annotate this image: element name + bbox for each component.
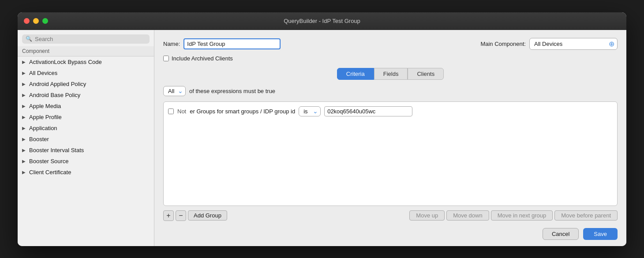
titlebar: QueryBuilder - IdP Test Group	[18, 12, 626, 30]
include-archived-checkbox[interactable]	[163, 56, 169, 61]
bottom-toolbar: + − Add Group Move up Move down Move in …	[163, 210, 618, 221]
include-archived-row: Include Archived Clients	[163, 55, 618, 62]
save-button[interactable]: Save	[583, 228, 618, 240]
sidebar-item-android-base-policy[interactable]: ▶ Android Base Policy	[18, 90, 154, 101]
window-title: QueryBuilder - IdP Test Group	[284, 18, 360, 24]
sidebar-item-booster[interactable]: ▶ Booster	[18, 134, 154, 145]
close-button[interactable]	[24, 18, 30, 24]
sidebar-item-booster-interval-stats[interactable]: ▶ Booster Interval Stats	[18, 145, 154, 156]
move-in-next-group-button[interactable]: Move in next group	[491, 210, 553, 221]
not-label: Not	[177, 108, 186, 115]
cancel-button[interactable]: Cancel	[543, 228, 579, 240]
include-archived-label: Include Archived Clients	[172, 55, 233, 62]
all-expressions-dropdown[interactable]: All	[163, 86, 186, 96]
main-component-label: Main Component:	[480, 41, 526, 47]
sidebar-item-label: Apple Media	[29, 103, 61, 109]
sidebar-header: Component	[18, 46, 154, 56]
move-down-button[interactable]: Move down	[446, 210, 489, 221]
chevron-right-icon: ▶	[22, 126, 27, 131]
sidebar-item-label: Client Certificate	[29, 169, 71, 176]
move-before-parent-button[interactable]: Move before parent	[554, 210, 618, 221]
search-icon: 🔍	[26, 36, 32, 42]
sidebar-item-booster-source[interactable]: ▶ Booster Source	[18, 156, 154, 167]
sidebar-item-client-certificate[interactable]: ▶ Client Certificate	[18, 167, 154, 178]
sidebar-item-apple-profile[interactable]: ▶ Apple Profile	[18, 112, 154, 123]
chevron-right-icon: ▶	[22, 82, 27, 86]
criteria-row: Not er Groups for smart groups / IDP gro…	[168, 106, 613, 116]
criteria-area: All of these expressions must be true No…	[163, 86, 618, 240]
criteria-box: Not er Groups for smart groups / IDP gro…	[163, 101, 618, 206]
chevron-right-icon: ▶	[22, 60, 27, 64]
chevron-right-icon: ▶	[22, 148, 27, 153]
tab-clients[interactable]: Clients	[408, 68, 444, 80]
sidebar-item-apple-media[interactable]: ▶ Apple Media	[18, 101, 154, 112]
sidebar-item-label: Apple Profile	[29, 114, 62, 120]
sidebar-list: ▶ ActivationLock Bypass Code ▶ All Devic…	[18, 56, 154, 246]
remove-criterion-button[interactable]: −	[176, 210, 186, 221]
chevron-right-icon: ▶	[22, 71, 27, 75]
search-input[interactable]	[35, 36, 146, 42]
sidebar-item-label: Android Applied Policy	[29, 81, 86, 87]
sidebar-item-activationlock[interactable]: ▶ ActivationLock Bypass Code	[18, 56, 154, 67]
name-input[interactable]	[183, 38, 281, 49]
name-group: Name:	[163, 38, 281, 49]
add-criterion-button[interactable]: +	[163, 210, 174, 221]
all-expressions-row: All of these expressions must be true	[163, 86, 618, 96]
top-row: Name: Main Component: All Devices ⊕	[163, 38, 618, 50]
main-panel: Name: Main Component: All Devices ⊕ Inc	[154, 30, 626, 246]
maximize-button[interactable]	[42, 18, 48, 24]
chevron-right-icon: ▶	[22, 159, 27, 164]
sidebar-item-label: Booster Interval Stats	[29, 147, 84, 153]
criteria-operator-dropdown[interactable]: is	[299, 106, 321, 116]
sidebar-item-label: Android Base Policy	[29, 92, 80, 98]
tab-fields[interactable]: Fields	[374, 68, 408, 80]
search-input-wrapper: 🔍	[22, 34, 150, 44]
chevron-right-icon: ▶	[22, 170, 27, 175]
chevron-right-icon: ▶	[22, 115, 27, 120]
footer-row: Cancel Save	[163, 228, 618, 240]
name-label: Name:	[163, 41, 180, 47]
expressions-text: of these expressions must be true	[189, 88, 275, 94]
main-window: QueryBuilder - IdP Test Group 🔍 Componen…	[18, 12, 626, 246]
criteria-field-text: er Groups for smart groups / IDP group i…	[190, 108, 295, 115]
chevron-right-icon: ▶	[22, 93, 27, 97]
main-component-select-wrapper: All Devices ⊕	[529, 38, 618, 50]
main-component-dropdown[interactable]: All Devices	[534, 41, 607, 47]
content-area: 🔍 Component ▶ ActivationLock Bypass Code…	[18, 30, 626, 246]
sidebar-item-label: Booster Source	[29, 158, 69, 165]
main-component-group: Main Component: All Devices ⊕	[480, 38, 618, 50]
sidebar-item-label: Booster	[29, 136, 49, 142]
sidebar-item-alldevices[interactable]: ▶ All Devices	[18, 67, 154, 79]
sidebar-item-android-applied-policy[interactable]: ▶ Android Applied Policy	[18, 79, 154, 90]
minimize-button[interactable]	[33, 18, 39, 24]
criteria-operator-wrapper: is	[299, 106, 321, 116]
move-up-button[interactable]: Move up	[409, 210, 445, 221]
sidebar-item-application[interactable]: ▶ Application	[18, 123, 154, 134]
traffic-lights	[24, 18, 48, 24]
all-select-wrapper: All	[163, 86, 186, 96]
add-group-button[interactable]: Add Group	[188, 210, 227, 221]
criteria-not-checkbox[interactable]	[168, 108, 174, 114]
criteria-value-input[interactable]	[324, 106, 412, 116]
tabs-row: Criteria Fields Clients	[163, 68, 618, 80]
sidebar-item-label: ActivationLock Bypass Code	[29, 59, 102, 65]
dropdown-arrow-icon: ⊕	[609, 40, 614, 48]
sidebar-search-area: 🔍	[18, 30, 154, 46]
sidebar-item-label: All Devices	[29, 70, 57, 76]
chevron-right-icon: ▶	[22, 137, 27, 142]
chevron-right-icon: ▶	[22, 104, 27, 108]
tab-criteria[interactable]: Criteria	[337, 68, 374, 80]
sidebar-item-label: Application	[29, 125, 57, 131]
sidebar: 🔍 Component ▶ ActivationLock Bypass Code…	[18, 30, 154, 246]
